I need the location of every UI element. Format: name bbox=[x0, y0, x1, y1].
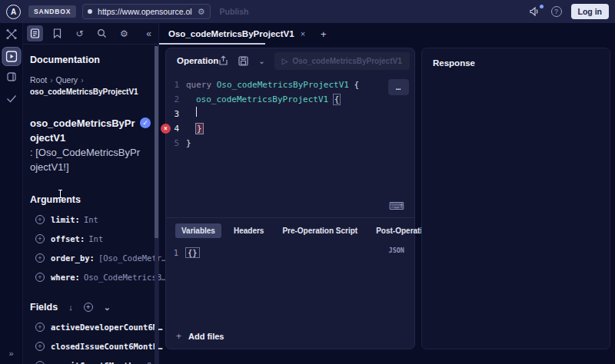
docs-scrollbar-track[interactable] bbox=[155, 238, 158, 364]
selected-field-header: ✓ oso_codeMetricsByProjectV1 : [Oso_Code… bbox=[30, 116, 151, 174]
endpoint-url-text[interactable]: https://www.opensource.ol bbox=[98, 7, 192, 16]
field-selected-check-icon[interactable]: ✓ bbox=[140, 117, 151, 128]
connection-settings-gear-icon[interactable]: ⚙ bbox=[198, 7, 205, 17]
argument-name: where: bbox=[51, 273, 80, 282]
help-icon[interactable]: ? bbox=[551, 6, 562, 17]
bookmark-icon[interactable] bbox=[49, 25, 65, 41]
field-row[interactable]: + closedIssueCount6Month… bbox=[30, 342, 151, 351]
endpoint-url-input[interactable]: https://www.opensource.ol ⚙ bbox=[82, 4, 210, 19]
run-button-label: Oso_codeMetricsByProjectV1 bbox=[292, 57, 401, 65]
login-button[interactable]: Log in bbox=[571, 4, 610, 19]
keyboard-shortcuts-icon[interactable]: ⌨ bbox=[389, 200, 404, 212]
argument-name: offset: bbox=[51, 234, 85, 243]
line-number: 5 bbox=[166, 136, 186, 151]
save-chevron-down-icon[interactable]: ⌄ bbox=[258, 57, 264, 65]
line-number: 1 bbox=[166, 78, 186, 92]
operation-tab-label[interactable]: Oso_codeMetricsByProjectV1 bbox=[168, 29, 294, 38]
breadcrumb: Root›Query› oso_codeMetricsByProjectV1 bbox=[30, 74, 151, 98]
line-number: 2 bbox=[166, 92, 186, 107]
editor-more-options-button[interactable]: … bbox=[388, 79, 409, 95]
add-argument-icon[interactable]: + bbox=[35, 253, 45, 263]
add-files-button[interactable]: + Add files bbox=[166, 324, 414, 349]
selected-field-name: oso_codeMetricsByProjectV1 bbox=[30, 117, 135, 144]
variables-line-number: 1 bbox=[166, 248, 186, 257]
variables-json-content[interactable]: {} bbox=[186, 248, 199, 257]
field-name: activeDeveloperCount6M… bbox=[51, 323, 162, 332]
code-line[interactable]: 2 oso_codeMetricsByProjectV1 { bbox=[166, 92, 414, 107]
active-tab-indicator bbox=[159, 43, 265, 45]
collapse-panel-icon[interactable]: « bbox=[146, 28, 151, 39]
argument-type[interactable]: Int bbox=[84, 215, 98, 224]
argument-row[interactable]: + where: Oso_CodeMetricsB… bbox=[30, 273, 151, 282]
apollo-logo-icon[interactable]: A bbox=[6, 5, 21, 19]
tab-headers[interactable]: Headers bbox=[228, 223, 270, 238]
fields-chevron-down-icon[interactable]: ⌄ bbox=[104, 303, 111, 313]
breadcrumb-separator: › bbox=[81, 76, 83, 84]
new-tab-icon[interactable]: + bbox=[321, 28, 327, 40]
argument-row[interactable]: + order_by: [Oso_CodeMetr… bbox=[30, 253, 151, 263]
add-field-icon[interactable]: + bbox=[35, 361, 45, 364]
argument-row[interactable]: + limit: Int bbox=[30, 215, 151, 224]
code-line[interactable]: 3 bbox=[166, 107, 414, 121]
argument-row[interactable]: + offset: Int bbox=[30, 234, 151, 243]
history-icon[interactable]: ↺ bbox=[71, 25, 88, 41]
argument-type[interactable]: Int bbox=[88, 234, 103, 243]
add-argument-icon[interactable]: + bbox=[35, 234, 45, 243]
field-row[interactable]: + commitCount6Months: Oso… bbox=[30, 361, 151, 364]
publish-button[interactable]: Publish bbox=[220, 7, 249, 16]
error-brace: } bbox=[196, 124, 203, 134]
keyboard-shortcuts-row: ⌨ bbox=[166, 194, 414, 217]
breadcrumb-root[interactable]: Root bbox=[30, 75, 47, 84]
docs-scrollbar-thumb[interactable] bbox=[155, 46, 158, 238]
fields-section-title: Fields ↓ + ⌄ bbox=[30, 302, 151, 313]
field-row[interactable]: + activeDeveloperCount6M… bbox=[30, 323, 151, 332]
documentation-panel: ↺ ⚙ « Documentation Root›Query› oso_code… bbox=[23, 23, 159, 364]
code-line[interactable]: 5 } bbox=[166, 136, 414, 151]
run-operation-button[interactable]: ▷ Oso_codeMetricsByProjectV1 bbox=[274, 52, 410, 70]
add-field-icon[interactable]: + bbox=[35, 342, 45, 351]
operation-tab-bar: Oso_codeMetricsByProjectV1 × + bbox=[159, 23, 615, 45]
sort-fields-icon[interactable]: ↓ bbox=[68, 303, 73, 312]
argument-name: limit: bbox=[51, 215, 80, 224]
json-mode-label: JSON bbox=[389, 247, 404, 254]
close-tab-icon[interactable]: × bbox=[301, 29, 305, 38]
sandbox-badge: SANDBOX bbox=[28, 5, 76, 18]
response-panel: Response bbox=[421, 48, 610, 349]
left-rail: » bbox=[0, 23, 23, 364]
explorer-icon[interactable] bbox=[2, 47, 21, 66]
add-files-plus-icon: + bbox=[176, 331, 181, 342]
operation-panel: Operation ⌄ ▷ Oso_codeMetricsByProjectV1… bbox=[165, 48, 415, 349]
request-settings-tabs: Variables Headers Pre-Operation Script P… bbox=[166, 217, 414, 243]
search-icon[interactable] bbox=[94, 25, 110, 41]
add-argument-icon[interactable]: + bbox=[35, 215, 45, 224]
connection-status-dot bbox=[88, 9, 92, 14]
syntax-error-icon[interactable]: × bbox=[161, 124, 171, 134]
checks-icon[interactable] bbox=[6, 94, 17, 103]
variables-editor[interactable]: 1 {} JSON bbox=[166, 243, 414, 263]
tab-pre-operation-script[interactable]: Pre-Operation Script bbox=[276, 223, 364, 238]
operation-tab[interactable]: Oso_codeMetricsByProjectV1 × bbox=[159, 23, 313, 45]
schema-icon[interactable] bbox=[6, 71, 17, 82]
settings-gear-icon[interactable]: ⚙ bbox=[116, 25, 132, 41]
share-operation-icon[interactable] bbox=[218, 55, 228, 66]
code-line[interactable]: 4 } bbox=[166, 121, 414, 136]
add-all-fields-icon[interactable]: + bbox=[84, 303, 93, 312]
breadcrumb-query[interactable]: Query bbox=[56, 75, 78, 84]
expand-rail-icon[interactable]: » bbox=[8, 349, 13, 358]
selected-field-type[interactable]: : [Oso_CodeMetricsByProjectV1!] bbox=[30, 145, 145, 174]
graph-icon[interactable] bbox=[5, 28, 17, 40]
add-field-icon[interactable]: + bbox=[35, 323, 45, 332]
tab-variables[interactable]: Variables bbox=[175, 223, 221, 238]
argument-name: order_by: bbox=[51, 253, 95, 263]
query-editor[interactable]: 1 query Oso_codeMetricsByProjectV1 { 2 o… bbox=[166, 73, 414, 194]
code-line[interactable]: 1 query Oso_codeMetricsByProjectV1 { bbox=[166, 78, 414, 92]
add-argument-icon[interactable]: + bbox=[35, 273, 45, 282]
docs-toolbar: ↺ ⚙ « bbox=[23, 23, 158, 45]
documentation-tab-icon[interactable] bbox=[27, 25, 43, 41]
docs-scrollbar[interactable] bbox=[155, 45, 158, 364]
announcements-icon[interactable] bbox=[530, 6, 542, 17]
add-files-label: Add files bbox=[188, 332, 224, 341]
save-operation-icon[interactable] bbox=[238, 56, 248, 66]
breadcrumb-current: oso_codeMetricsByProjectV1 bbox=[30, 86, 151, 98]
breadcrumb-separator: › bbox=[50, 76, 52, 84]
